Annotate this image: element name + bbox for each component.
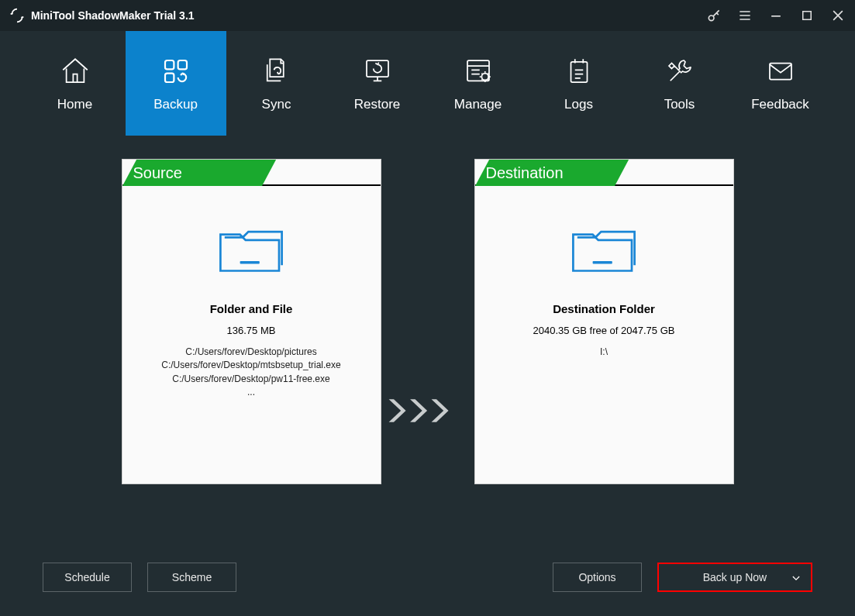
- tab-logs[interactable]: Logs: [529, 31, 629, 136]
- tab-backup[interactable]: Backup: [126, 31, 226, 136]
- feedback-icon: [764, 55, 797, 88]
- folder-icon: [569, 221, 639, 279]
- folder-icon: [216, 221, 286, 279]
- svg-rect-8: [571, 61, 587, 81]
- caret-down-icon: [792, 571, 800, 583]
- source-paths: C:/Users/forev/Desktop/pictures C:/Users…: [161, 346, 340, 400]
- nav-tabs: Home Backup Sync Restore Manage: [0, 31, 855, 136]
- svg-rect-5: [367, 60, 388, 77]
- backup-now-button[interactable]: Back up Now: [657, 563, 812, 592]
- scheme-button[interactable]: Scheme: [147, 563, 236, 592]
- source-card[interactable]: Source Folder and File 136.75 MB C:/User…: [122, 159, 381, 484]
- backup-icon: [160, 55, 192, 88]
- tools-icon: [664, 55, 696, 88]
- svg-rect-2: [165, 60, 174, 69]
- close-icon[interactable]: [830, 8, 846, 23]
- manage-icon: [462, 55, 495, 88]
- home-icon: [59, 55, 91, 88]
- svg-point-7: [481, 73, 488, 80]
- destination-header: Destination: [475, 160, 733, 186]
- svg-rect-10: [240, 261, 260, 264]
- source-size: 136.75 MB: [227, 325, 276, 336]
- tab-sync[interactable]: Sync: [226, 31, 327, 136]
- bottom-bar: Schedule Scheme Options Back up Now: [43, 554, 812, 601]
- app-title: MiniTool ShadowMaker Trial 3.1: [31, 9, 195, 22]
- restore-icon: [361, 55, 394, 88]
- title-bar: MiniTool ShadowMaker Trial 3.1: [0, 0, 855, 31]
- destination-path: I:\: [600, 346, 608, 359]
- schedule-button[interactable]: Schedule: [43, 563, 132, 592]
- source-title: Folder and File: [210, 302, 293, 315]
- maximize-icon[interactable]: [799, 8, 815, 23]
- svg-rect-11: [593, 261, 612, 264]
- svg-rect-9: [770, 63, 791, 79]
- svg-point-0: [708, 15, 714, 21]
- logs-icon: [563, 55, 595, 88]
- source-header: Source: [122, 160, 381, 186]
- tab-home[interactable]: Home: [25, 31, 126, 136]
- options-button[interactable]: Options: [553, 563, 642, 592]
- key-icon[interactable]: [706, 8, 722, 23]
- sync-icon: [260, 55, 293, 88]
- arrow-icon: [381, 395, 474, 426]
- svg-rect-1: [803, 12, 812, 20]
- svg-rect-4: [165, 73, 174, 81]
- svg-rect-3: [178, 60, 186, 69]
- destination-title: Destination Folder: [553, 302, 655, 315]
- destination-free: 2040.35 GB free of 2047.75 GB: [533, 325, 675, 336]
- destination-card[interactable]: Destination Destination Folder 2040.35 G…: [474, 159, 734, 484]
- minimize-icon[interactable]: [768, 8, 784, 23]
- tab-restore[interactable]: Restore: [327, 31, 428, 136]
- tab-manage[interactable]: Manage: [428, 31, 529, 136]
- tab-tools[interactable]: Tools: [629, 31, 730, 136]
- app-logo-icon: [9, 8, 25, 23]
- tab-feedback[interactable]: Feedback: [730, 31, 831, 136]
- menu-icon[interactable]: [737, 8, 753, 23]
